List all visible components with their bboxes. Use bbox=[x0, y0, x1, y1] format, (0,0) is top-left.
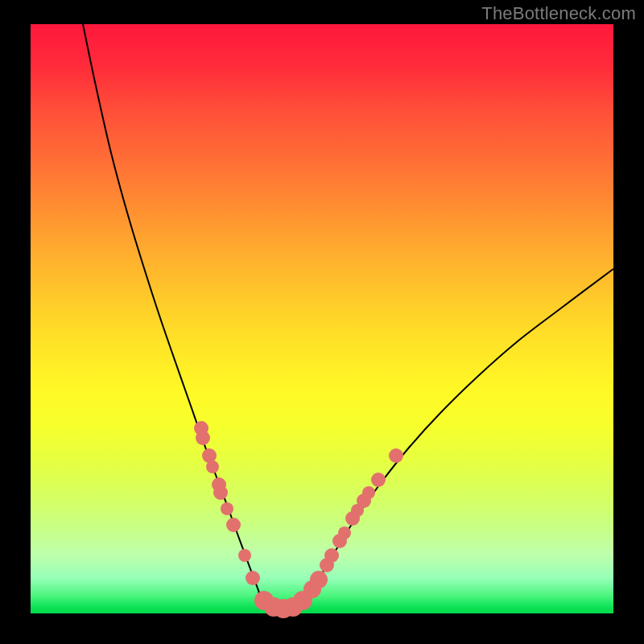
data-marker bbox=[389, 448, 403, 463]
data-marker bbox=[196, 431, 210, 445]
data-marker bbox=[213, 485, 228, 500]
data-marker bbox=[202, 448, 217, 463]
data-marker bbox=[221, 502, 233, 515]
watermark-text: TheBottleneck.com bbox=[481, 3, 636, 24]
curve-svg bbox=[31, 24, 613, 613]
data-marker bbox=[338, 526, 351, 539]
data-marker bbox=[362, 486, 375, 499]
data-markers bbox=[194, 421, 403, 618]
data-marker bbox=[238, 549, 251, 562]
data-marker bbox=[246, 571, 260, 585]
plot-area bbox=[31, 24, 613, 613]
data-marker bbox=[206, 460, 219, 473]
data-marker bbox=[324, 548, 339, 563]
chart-frame: TheBottleneck.com bbox=[0, 0, 644, 644]
data-marker bbox=[310, 571, 328, 588]
data-marker bbox=[371, 473, 386, 487]
data-marker bbox=[226, 518, 241, 532]
